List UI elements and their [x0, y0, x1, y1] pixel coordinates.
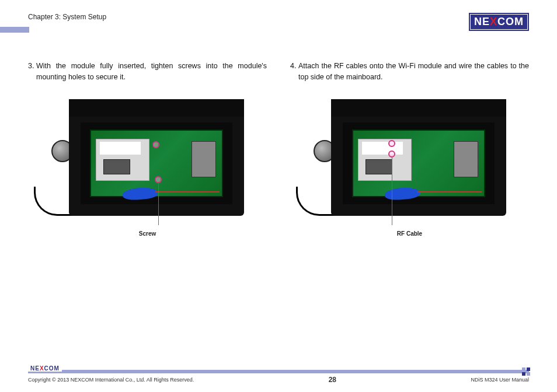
page-footer: NEXCOM Copyright © 2013 NEXCOM Internati… — [28, 370, 529, 384]
footer-logo: NEXCOM — [28, 365, 62, 372]
leader-line-icon — [392, 158, 392, 225]
copyright-text: Copyright © 2013 NEXCOM International Co… — [28, 377, 194, 383]
page-number: 28 — [329, 376, 336, 384]
mainboard-icon — [90, 130, 223, 197]
footer-ornament-icon — [522, 368, 530, 376]
callout-label: Screw — [28, 230, 267, 237]
chapter-title: Chapter 3: System Setup — [28, 13, 106, 21]
rf-callout-icon — [388, 150, 395, 158]
figure-rfcable: RF Cable — [290, 93, 529, 228]
sim-holder-icon — [454, 141, 478, 177]
document-title: NDiS M324 User Manual — [471, 377, 529, 383]
step-text: With the module fully inserted, tighten … — [36, 61, 267, 83]
sim-holder-icon — [192, 141, 216, 177]
step-number: 3. — [28, 61, 36, 83]
rf-callout-icon — [388, 140, 395, 147]
brand-logo: NEXCOM — [469, 13, 529, 31]
step-3: 3. With the module fully inserted, tight… — [28, 61, 267, 83]
wifi-module-icon — [96, 139, 149, 181]
accent-bar — [0, 27, 29, 33]
wifi-module-icon — [358, 139, 412, 181]
step-number: 4. — [290, 61, 298, 83]
screw-callout-icon — [152, 141, 159, 148]
screw-callout-icon — [155, 176, 162, 183]
callout-label: RF Cable — [290, 230, 529, 237]
step-text: Attach the RF cables onto the Wi-Fi modu… — [298, 61, 529, 83]
leader-line-icon — [158, 183, 159, 225]
step-4: 4. Attach the RF cables onto the Wi-Fi m… — [290, 61, 529, 83]
mainboard-icon — [352, 130, 485, 197]
figure-screw: Screw — [28, 93, 267, 228]
